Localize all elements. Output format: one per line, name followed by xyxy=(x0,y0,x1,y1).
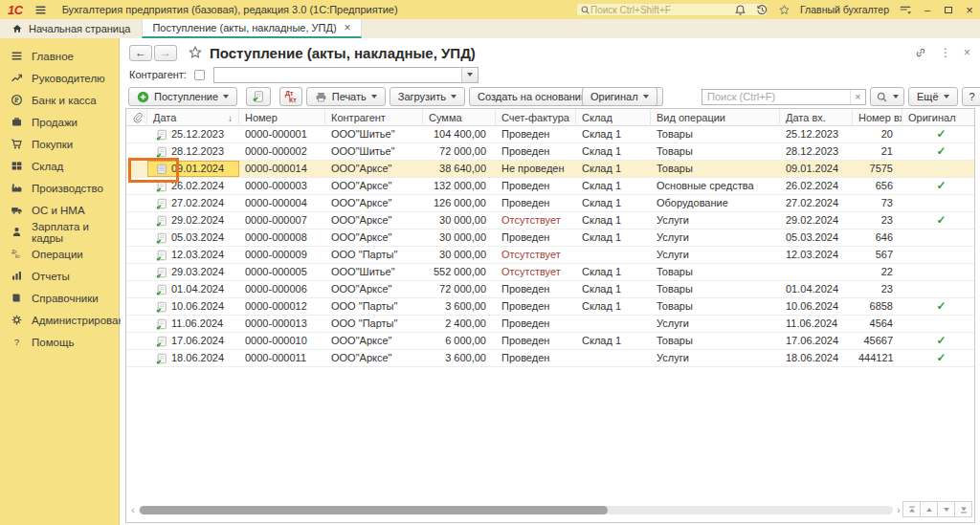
table-row[interactable]: 10.06.2024 0000-000012 ООО "Парты" 3 600… xyxy=(126,298,974,316)
table-row[interactable]: 27.02.2024 0000-000004 ООО"Арксе" 126 00… xyxy=(126,195,974,212)
scroll-right-icon[interactable] xyxy=(895,505,902,515)
sidebar-item-sklad[interactable]: Склад xyxy=(0,155,119,177)
forward-button[interactable] xyxy=(154,45,177,61)
search-settings-button[interactable] xyxy=(870,87,904,106)
table-row[interactable]: 29.03.2024 0000-000005 ООО"Шитье" 552 00… xyxy=(126,264,974,281)
chevron-down-icon xyxy=(371,95,377,98)
more-menu-icon[interactable] xyxy=(940,46,951,59)
horizontal-scrollbar[interactable] xyxy=(129,504,902,516)
grid-icon xyxy=(11,160,23,172)
column-contractor[interactable]: Контрагент xyxy=(325,109,423,126)
book-icon xyxy=(11,292,23,304)
more-button[interactable]: Ещё xyxy=(908,87,958,106)
click-highlight-box xyxy=(128,158,179,183)
sidebar-item-glavnoe[interactable]: Главное xyxy=(0,45,119,67)
table-row[interactable]: 05.03.2024 0000-000008 ООО"Арксе" 30 000… xyxy=(126,230,974,247)
counterparty-label: Контрагент: xyxy=(129,69,187,80)
go-last-button[interactable] xyxy=(954,501,972,517)
column-attach[interactable] xyxy=(126,109,147,126)
sidebar-item-zarplata-i-kadry[interactable]: Зарплата и кадры xyxy=(0,221,119,243)
list-search-input[interactable] xyxy=(702,91,850,102)
tab-home[interactable]: Начальная страница xyxy=(0,19,142,38)
go-next-button[interactable] xyxy=(937,501,955,517)
chevron-down-icon xyxy=(451,95,457,98)
scroll-left-icon[interactable] xyxy=(129,505,137,515)
column-warehouse[interactable]: Склад xyxy=(576,109,651,126)
column-operation[interactable]: Вид операции xyxy=(651,109,780,126)
close-window-button[interactable] xyxy=(964,4,975,15)
list-search-box[interactable] xyxy=(702,89,866,105)
table-row[interactable]: 28.12.2023 0000-000002 ООО"Шитье" 72 000… xyxy=(126,143,974,161)
maximize-button[interactable] xyxy=(943,4,954,15)
sidebar-item-prodazhi[interactable]: Продажи xyxy=(0,111,119,133)
search-icon xyxy=(876,91,888,103)
printer-icon xyxy=(315,91,327,103)
sidebar-item-proizvodstvo[interactable]: Производство xyxy=(0,177,119,199)
document-icon xyxy=(156,146,167,158)
table-header: Дата Номер Контрагент Сумма Счет-фактура… xyxy=(126,109,974,126)
table-row[interactable]: 26.02.2024 0000-000003 ООО"Арксе" 132 00… xyxy=(126,178,974,195)
user-role[interactable]: Главный бухгалтер xyxy=(800,4,889,15)
close-form-icon[interactable] xyxy=(964,46,970,59)
table-row[interactable]: 11.06.2024 0000-000013 ООО "Парты" 2 400… xyxy=(126,316,974,333)
sidebar-item-administrirovanie[interactable]: Администрирование xyxy=(0,309,119,331)
column-number[interactable]: Номер xyxy=(239,109,325,126)
bank-icon xyxy=(11,94,23,106)
favorites-icon[interactable] xyxy=(778,4,791,16)
column-date[interactable]: Дата xyxy=(147,109,239,126)
column-date-in[interactable]: Дата вх. xyxy=(780,109,853,126)
search-icon xyxy=(580,5,590,15)
notifications-icon[interactable] xyxy=(734,4,746,16)
table-row[interactable]: 25.12.2023 0000-000001 ООО"Шитье" 104 40… xyxy=(126,126,974,143)
column-invoice[interactable]: Счет-фактура xyxy=(496,109,576,126)
table-row[interactable]: 09.01.2024 0000-000014 ООО"Арксе" 38 640… xyxy=(126,161,974,178)
back-button[interactable] xyxy=(129,45,152,61)
sidebar-item-rukovoditelyu[interactable]: Руководителю xyxy=(0,67,119,89)
tab-receipts[interactable]: Поступление (акты, накладные, УПД) xyxy=(142,19,361,38)
print-button[interactable]: Печать xyxy=(306,87,386,106)
sidebar-item-pokupki[interactable]: Покупки xyxy=(0,133,119,155)
tab-close-icon[interactable] xyxy=(343,21,351,34)
main-menu-icon[interactable] xyxy=(34,4,47,16)
counterparty-input[interactable] xyxy=(214,68,461,82)
go-prev-button[interactable] xyxy=(920,501,938,517)
chevron-down-icon xyxy=(944,95,949,98)
sidebar-item-spravochniki[interactable]: Справочники xyxy=(0,287,119,309)
column-original[interactable]: Оригинал xyxy=(902,109,974,126)
history-icon[interactable] xyxy=(756,4,768,16)
sort-desc-icon xyxy=(228,112,233,123)
favorite-star-icon[interactable] xyxy=(188,45,203,60)
load-from-scan-button[interactable] xyxy=(246,87,271,106)
table-row[interactable]: 29.02.2024 0000-000007 ООО"Арксе" 30 000… xyxy=(126,212,974,230)
sidebar-item-os-i-nma[interactable]: ОС и НМА xyxy=(0,199,119,221)
minimize-button[interactable] xyxy=(922,4,933,15)
help-button[interactable]: ? xyxy=(962,87,980,106)
column-number-in[interactable]: Номер вх. xyxy=(853,109,902,126)
new-receipt-button[interactable]: Поступление xyxy=(128,87,237,106)
original-check-icon xyxy=(936,128,946,140)
sidebar-item-otchety[interactable]: Отчеты xyxy=(0,265,119,287)
table-row[interactable]: 12.03.2024 0000-000009 ООО "Парты" 30 00… xyxy=(126,247,974,264)
sidebar-item-pomosch[interactable]: Помощь xyxy=(0,331,119,353)
sidebar-item-operacii[interactable]: Операции xyxy=(0,243,119,265)
home-icon xyxy=(11,23,23,34)
sidebar-item-bank-i-kassa[interactable]: Банк и касса xyxy=(0,89,119,111)
load-button[interactable]: Загрузить xyxy=(390,87,465,106)
scrollbar-thumb[interactable] xyxy=(140,506,608,514)
truck-icon xyxy=(11,204,23,216)
original-check-icon xyxy=(936,145,946,157)
counterparty-combobox[interactable] xyxy=(213,67,479,83)
original-button[interactable]: Оригинал xyxy=(582,87,657,106)
column-sum[interactable]: Сумма xyxy=(423,109,496,126)
table-row[interactable]: 17.06.2024 0000-000010 ООО"Арксе" 6 000,… xyxy=(126,333,974,350)
combo-dropdown-button[interactable] xyxy=(461,68,478,82)
table-row[interactable]: 18.06.2024 0000-000011 ООО"Арксе" 3 600,… xyxy=(126,350,974,367)
show-postings-button[interactable]: ДтКт xyxy=(279,87,302,106)
sidebar: Главное Руководителю Банк и касса Продаж… xyxy=(0,38,120,525)
table-row[interactable]: 01.04.2024 0000-000006 ООО"Арксе" 72 000… xyxy=(126,281,974,298)
get-link-icon[interactable] xyxy=(914,46,927,59)
service-menu-icon[interactable] xyxy=(899,3,912,16)
counterparty-checkbox[interactable] xyxy=(194,70,205,80)
clear-search-icon[interactable] xyxy=(850,90,865,104)
go-first-button[interactable] xyxy=(902,501,921,517)
